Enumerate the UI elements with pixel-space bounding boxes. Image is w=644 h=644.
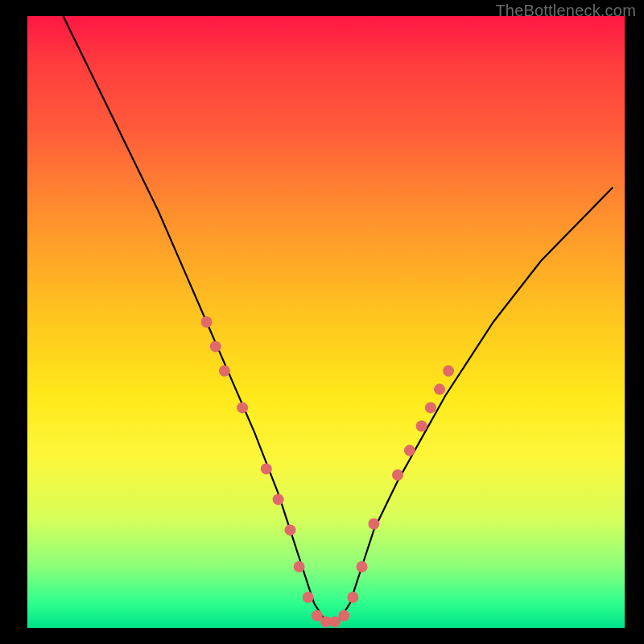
curve-marker — [303, 592, 314, 603]
curve-marker — [443, 365, 454, 377]
curve-marker — [237, 402, 248, 413]
curve-marker — [368, 518, 379, 530]
curve-marker — [404, 445, 415, 456]
curve-markers — [201, 316, 454, 627]
curve-marker — [338, 610, 349, 621]
curve-marker — [219, 365, 230, 377]
curve-marker — [392, 469, 403, 481]
curve-marker — [273, 493, 284, 505]
curve-svg — [27, 16, 625, 628]
plot-area — [27, 16, 625, 628]
chart-frame: TheBottleneck.com — [0, 0, 644, 644]
curve-marker — [285, 524, 296, 535]
curve-marker — [347, 592, 358, 603]
curve-marker — [210, 341, 221, 352]
curve-marker — [416, 420, 427, 431]
bottleneck-curve — [64, 16, 613, 621]
curve-marker — [357, 561, 368, 572]
watermark-text: TheBottleneck.com — [495, 2, 636, 20]
curve-marker — [425, 402, 436, 413]
curve-marker — [434, 384, 445, 395]
curve-marker — [201, 316, 213, 328]
curve-marker — [261, 463, 272, 474]
curve-marker — [294, 561, 305, 572]
